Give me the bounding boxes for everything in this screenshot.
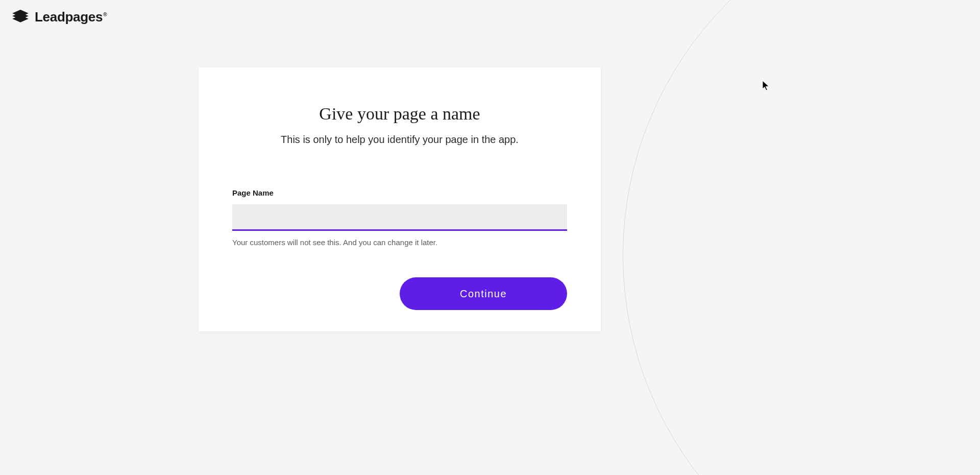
- continue-button[interactable]: Continue: [400, 277, 567, 310]
- card-title: Give your page a name: [232, 104, 567, 124]
- page-name-helper: Your customers will not see this. And yo…: [232, 238, 567, 247]
- page-name-input[interactable]: [232, 204, 567, 231]
- name-page-card: Give your page a name This is only to he…: [199, 67, 601, 331]
- button-row: Continue: [232, 277, 567, 310]
- background-arc: [623, 0, 980, 475]
- card-subtitle: This is only to help you identify your p…: [232, 134, 567, 146]
- header: Leadpages®: [11, 9, 107, 25]
- leadpages-logo-icon: [11, 10, 30, 25]
- cursor-icon: [763, 81, 771, 93]
- page-name-label: Page Name: [232, 188, 567, 197]
- brand-name: Leadpages®: [35, 9, 107, 25]
